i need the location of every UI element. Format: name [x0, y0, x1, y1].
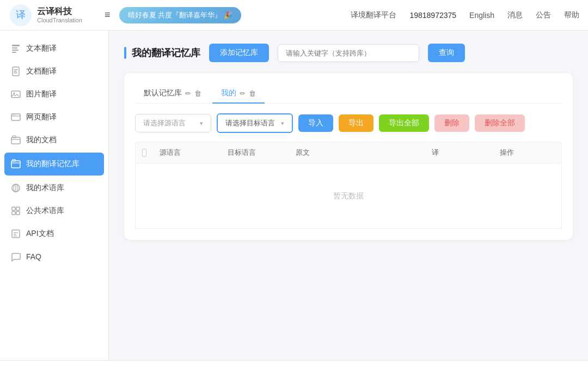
target-lang-select[interactable]: 请选择目标语言 ▾ [217, 113, 293, 133]
table-body: 暂无数据 [135, 163, 562, 229]
tab-default[interactable]: 默认记忆库 ✏ 🗑 [135, 84, 210, 104]
banner: 晴好春夏 共度『翻译嘉年华』 🎉 [119, 7, 241, 23]
sidebar-item-public-glossary[interactable]: 公共术语库 [0, 199, 108, 222]
header-nav: 译境翻译平台 19818972375 English 消息 公告 帮助 [351, 10, 579, 20]
header: 译 云译科技 CloudTranslation ≡ 晴好春夏 共度『翻译嘉年华』… [0, 0, 588, 31]
table-col-target: 目标语言 [221, 148, 289, 157]
menu-icon[interactable]: ≡ [105, 9, 111, 21]
logo-text: 云译科技 CloudTranslation [37, 6, 82, 23]
faq-icon [11, 252, 21, 262]
svg-point-15 [14, 114, 15, 116]
export-button[interactable]: 导出 [339, 114, 373, 132]
my-memory-icon [11, 159, 21, 169]
table-col-checkbox [136, 148, 153, 157]
empty-text: 暂无数据 [333, 191, 364, 201]
sidebar-item-web-translate[interactable]: 网页翻译 [0, 106, 108, 129]
svg-point-14 [13, 114, 14, 116]
toolbar: 请选择源语言 ▾ 请选择目标语言 ▾ 导入 导出 导出全部 删除 删除全部 [135, 113, 562, 133]
nav-phone: 19818972375 [409, 11, 456, 20]
my-docs-icon [11, 135, 21, 145]
public-glossary-icon [11, 206, 21, 216]
sidebar-label-my-memory: 我的翻译记忆库 [26, 159, 79, 169]
table-header: 源语言 目标语言 原文 译 操作 [135, 142, 562, 163]
sidebar-label-my-glossary: 我的术语库 [26, 183, 64, 193]
page-title-bar [124, 47, 126, 59]
text-translate-icon [11, 44, 21, 53]
svg-point-11 [14, 93, 15, 94]
sidebar-item-faq[interactable]: FAQ [0, 245, 108, 268]
import-button[interactable]: 导入 [298, 114, 333, 132]
source-lang-placeholder: 请选择源语言 [143, 118, 186, 128]
image-translate-icon [11, 89, 21, 99]
sidebar-label-text-translate: 文本翻译 [26, 44, 57, 53]
table-col-translation: 译 [425, 148, 493, 157]
nav-platform[interactable]: 译境翻译平台 [351, 10, 396, 20]
nav-help[interactable]: 帮助 [564, 10, 579, 20]
tab-mine-edit[interactable]: ✏ [240, 89, 246, 98]
delete-all-button[interactable]: 删除全部 [475, 114, 525, 132]
nav-notice[interactable]: 公告 [536, 10, 551, 20]
sidebar-label-faq: FAQ [26, 252, 41, 261]
svg-rect-9 [14, 72, 17, 74]
source-lang-chevron: ▾ [200, 120, 203, 127]
export-all-button[interactable]: 导出全部 [379, 114, 429, 132]
logo-icon: 译 [9, 3, 33, 27]
sidebar-item-my-memory[interactable]: 我的翻译记忆库 [4, 153, 104, 175]
sidebar-label-public-glossary: 公共术语库 [26, 206, 64, 216]
svg-rect-27 [16, 211, 20, 215]
doc-translate-icon [11, 66, 21, 76]
svg-rect-25 [16, 207, 20, 210]
sidebar-label-image-translate: 图片翻译 [26, 89, 57, 99]
logo-cn: 云译科技 [37, 6, 82, 16]
svg-rect-28 [12, 230, 20, 238]
delete-button[interactable]: 删除 [434, 114, 469, 132]
sidebar-label-api-docs: API文档 [26, 229, 54, 239]
query-button[interactable]: 查询 [428, 44, 465, 62]
layout: 文本翻译 文档翻译 图片翻译 网页翻译 我的文档 [0, 31, 588, 360]
tab-default-delete[interactable]: 🗑 [194, 89, 201, 98]
sidebar-label-doc-translate: 文档翻译 [26, 66, 57, 76]
logo: 译 云译科技 CloudTranslation [9, 3, 96, 27]
tab-mine-label: 我的 [221, 88, 236, 98]
svg-rect-26 [12, 211, 15, 215]
banner-text: 晴好春夏 共度『翻译嘉年华』 🎉 [128, 10, 232, 20]
add-memory-button[interactable]: 添加记忆库 [209, 44, 269, 62]
tab-mine-delete[interactable]: 🗑 [249, 89, 256, 98]
sidebar-item-image-translate[interactable]: 图片翻译 [0, 83, 108, 106]
table-col-original: 原文 [289, 148, 425, 157]
svg-rect-4 [12, 50, 19, 51]
target-lang-placeholder: 请选择目标语言 [225, 118, 275, 128]
svg-rect-5 [12, 52, 16, 53]
svg-rect-7 [14, 69, 18, 70]
nav-lang[interactable]: English [469, 11, 494, 20]
page-title-wrapper: 我的翻译记忆库 [124, 46, 200, 59]
api-docs-icon [11, 229, 21, 239]
search-input[interactable] [278, 44, 419, 62]
sidebar-item-doc-translate[interactable]: 文档翻译 [0, 60, 108, 83]
nav-message[interactable]: 消息 [507, 10, 523, 20]
svg-rect-24 [12, 207, 15, 210]
tab-default-edit[interactable]: ✏ [185, 89, 191, 98]
svg-rect-2 [12, 45, 20, 46]
select-all-checkbox[interactable] [142, 149, 146, 157]
tab-default-label: 默认记忆库 [144, 88, 182, 98]
footer [0, 360, 588, 382]
logo-en: CloudTranslation [37, 17, 82, 24]
sidebar-item-my-docs[interactable]: 我的文档 [0, 129, 108, 151]
sidebar-item-my-glossary[interactable]: 我的术语库 [0, 177, 108, 199]
sidebar-item-api-docs[interactable]: API文档 [0, 222, 108, 245]
page-header: 我的翻译记忆库 添加记忆库 查询 [124, 44, 573, 62]
source-lang-select[interactable]: 请选择源语言 ▾ [135, 114, 211, 132]
table-col-source: 源语言 [153, 148, 221, 157]
svg-rect-16 [11, 137, 20, 144]
memory-card: 默认记忆库 ✏ 🗑 我的 ✏ 🗑 请选择源语言 ▾ 请选择目标语言 [124, 73, 573, 240]
sidebar-label-web-translate: 网页翻译 [26, 112, 57, 122]
tab-mine[interactable]: 我的 ✏ 🗑 [212, 84, 265, 104]
sidebar-item-text-translate[interactable]: 文本翻译 [0, 37, 108, 60]
svg-text:译: 译 [16, 9, 26, 20]
web-translate-icon [11, 112, 21, 122]
sidebar: 文本翻译 文档翻译 图片翻译 网页翻译 我的文档 [0, 31, 109, 360]
main-content: 我的翻译记忆库 添加记忆库 查询 默认记忆库 ✏ 🗑 我的 ✏ 🗑 [109, 31, 588, 360]
tabs: 默认记忆库 ✏ 🗑 我的 ✏ 🗑 [135, 84, 562, 104]
target-lang-chevron: ▾ [281, 120, 284, 127]
